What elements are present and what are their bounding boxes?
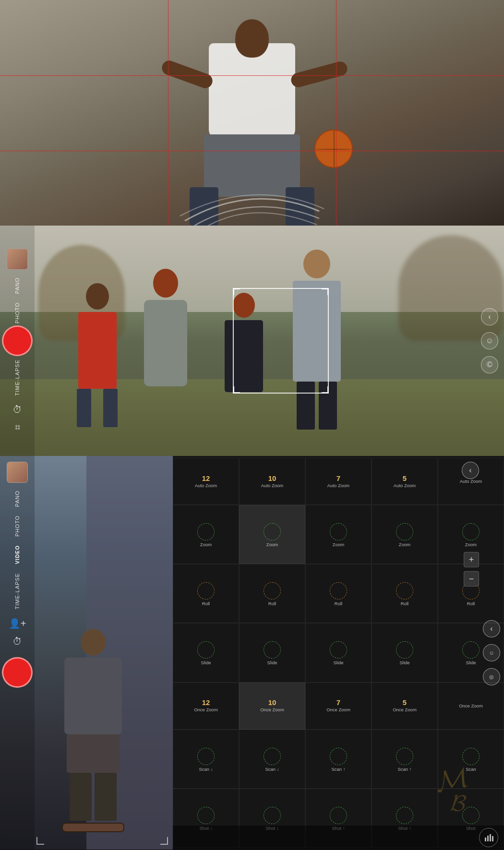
minus-button[interactable]: − [464,571,479,587]
plus-minus-controls: + − [464,552,479,587]
autoz-5-number: 5 [403,475,407,482]
face-button[interactable]: ☺ [481,332,498,349]
panel-smiley-button[interactable]: ☺ [483,644,500,661]
grid-cell-scan-2[interactable]: Scan ↓ [239,730,305,789]
stats-button[interactable] [479,828,498,847]
shutter-button[interactable] [2,325,33,356]
skater-shutter-button[interactable] [2,657,33,688]
panel-back-button[interactable]: ‹ [483,620,500,637]
settings-button[interactable]: © [481,356,498,373]
oncez-empty-label: Once Zoom [459,703,483,708]
family-section: PANO PHOTO VIDEO TIME-LAPSE ⏱ ⌗ ‹ ☺ © [0,226,504,456]
roll-icon-4 [396,582,413,599]
autoz-12-number: 12 [202,475,210,482]
autoz-12-label: Auto Zoom [195,483,217,488]
timer-icon[interactable]: ⏱ [12,404,22,415]
grid-cell-roll-2[interactable]: Roll [239,564,305,623]
grid-cell-slide-3[interactable]: Slide [305,623,372,682]
grid-cell-autoz-12[interactable]: 12 Auto Zoom [173,458,239,505]
oncez-7-number: 7 [336,699,340,706]
zoom-icon-2 [264,523,281,540]
thumbnail-image [7,249,27,269]
skater-thumbnail[interactable] [7,462,28,483]
person1 [74,283,120,418]
grid-cell-zoom-3[interactable]: Zoom [305,505,372,564]
scan-icon-3 [330,748,347,765]
grid-panel: ‹ 12 Auto Zoom 10 Auto Zoom 7 Auto Zoom … [173,456,504,850]
slide-icon-1 [197,641,215,658]
mode-photo[interactable]: PHOTO [12,299,22,327]
grid-cell-scan-3[interactable]: Scan ↑ [305,730,372,789]
slide-label-1: Slide [201,660,211,665]
zoom-label-5: Zoom [465,542,477,547]
skater-mode-timelapse[interactable]: TIME-LAPSE [12,569,22,613]
slide-label-5: Slide [466,660,476,665]
skater-mode-pano[interactable]: PANO [12,487,22,511]
oncez-7-label: Once Zoom [326,707,350,712]
zoom-icon-4 [396,523,413,540]
skater-person-add-icon[interactable]: 👤+ [9,618,26,629]
plus-button[interactable]: + [464,552,479,567]
svg-rect-3 [487,836,489,841]
svg-rect-4 [490,834,491,841]
grid-back-button[interactable]: ‹ [462,462,479,479]
grid-cell-zoom-4[interactable]: Zoom [372,505,438,564]
grid-cell-autoz-10[interactable]: 10 Auto Zoom [239,458,305,505]
grid-cell-scan-1[interactable]: Scan ↓ [173,730,239,789]
focus-corner-tl [233,288,240,295]
right-controls: ‹ ☺ © [481,308,498,373]
shot-icon-2 [264,807,281,824]
panel-right-controls: ‹ ☺ ◎ [483,620,500,685]
grid-cell-roll-1[interactable]: Roll [173,564,239,623]
grid-cell-slide-1[interactable]: Slide [173,623,239,682]
grid-cell-slide-2[interactable]: Slide [239,623,305,682]
basketball-section [0,0,504,226]
back-button[interactable]: ‹ [481,308,498,325]
bottom-bar [173,826,504,850]
roll-icon-2 [264,582,281,599]
autoz-10-number: 10 [268,475,276,482]
grid-cell-roll-3[interactable]: Roll [305,564,372,623]
panel-circle-button[interactable]: ◎ [483,668,500,685]
mode-pano[interactable]: PANO [12,274,22,298]
grid-cell-scan-4[interactable]: Scan ↑ [372,730,438,789]
skater-camera-sidebar: PANO PHOTO VIDEO TIME-LAPSE 👤+ ⏱ [0,456,35,850]
slide-label-3: Slide [333,660,343,665]
frame-icon[interactable]: ⌗ [15,422,20,433]
skater-timer-icon[interactable]: ⏱ [12,636,22,647]
skater-mode-video[interactable]: VIDEO [12,541,22,568]
focus-corner-br [322,386,328,393]
grid-cell-oncez-7[interactable]: 7 Once Zoom [305,682,372,730]
svg-text:𝓑: 𝓑 [450,789,468,817]
oncez-12-number: 12 [202,699,210,706]
grid-cell-zoom-1[interactable]: Zoom [173,505,239,564]
grid-cell-slide-4[interactable]: Slide [372,623,438,682]
roll-label-2: Roll [268,601,276,606]
zoom-label-2: Zoom [266,542,278,547]
shot-icon-3 [330,807,347,824]
player-area [151,24,353,226]
scan-icon-1 [197,748,215,765]
grid-cell-autoz-5[interactable]: 5 Auto Zoom [372,458,438,505]
grid-cell-oncez-12[interactable]: 12 Once Zoom [173,682,239,730]
zoom-icon-3 [330,523,347,540]
grid-cell-oncez-empty[interactable]: Once Zoom [438,682,504,730]
autoz-7-number: 7 [336,475,340,482]
svg-rect-5 [492,836,493,841]
thumbnail[interactable] [7,249,28,270]
zoom-label-3: Zoom [333,542,344,547]
skater-mode-photo[interactable]: PHOTO [12,512,22,540]
mode-timelapse[interactable]: TIME-LAPSE [12,356,22,399]
grid-cell-autoz-7[interactable]: 7 Auto Zoom [305,458,372,505]
roll-label-1: Roll [202,601,210,606]
grid-cell-zoom-2[interactable]: Zoom [239,505,305,564]
zoom-icon-5 [462,523,480,540]
scan-label-4: Scan ↑ [397,766,411,772]
grid-cell-roll-4[interactable]: Roll [372,564,438,623]
slide-icon-2 [264,641,281,658]
autoz-5-label: Auto Zoom [394,483,416,488]
slide-icon-3 [330,641,347,658]
grid-cell-oncez-10[interactable]: 10 Once Zoom [239,682,305,730]
slide-label-2: Slide [267,660,277,665]
grid-cell-oncez-5[interactable]: 5 Once Zoom [372,682,438,730]
